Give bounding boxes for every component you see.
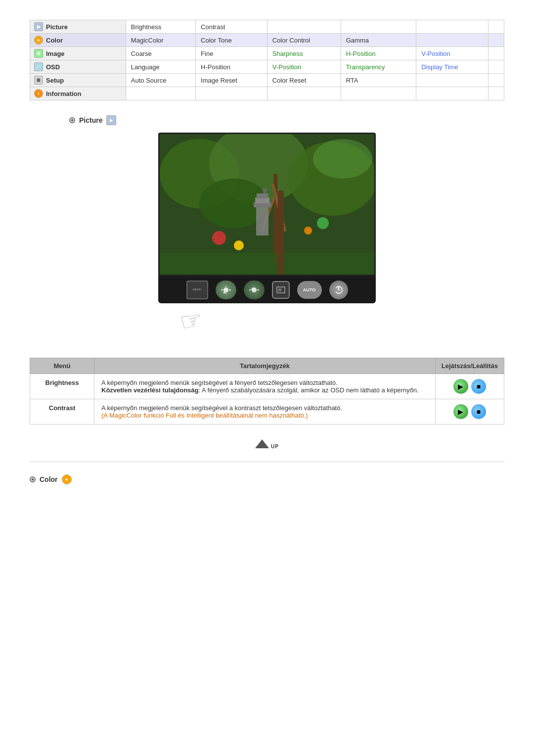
nav-setup-imagereset[interactable]: Image Reset [196, 74, 267, 87]
power-button[interactable] [329, 281, 348, 299]
brightness-action-cell: ▶ ■ [435, 374, 504, 399]
info-icon: i [34, 89, 43, 98]
nav-setup-colorreset[interactable]: Color Reset [267, 74, 341, 87]
nav-image-hposition[interactable]: H-Position [341, 47, 416, 60]
svg-point-14 [234, 240, 244, 250]
svg-text:▼: ▼ [222, 291, 226, 294]
brightness-desc-after: : A fényerő szabályozására szolgál, amik… [199, 386, 419, 394]
svg-text:▲: ▲ [251, 286, 254, 290]
nav-picture-label: Picture [46, 23, 68, 31]
nav-image-sharpness[interactable]: Sharpness [267, 47, 341, 60]
section-divider [30, 462, 504, 462]
nav-row-setup[interactable]: ⊞ Setup Auto Source Image Reset Color Re… [30, 74, 504, 87]
nav-info-c2 [196, 87, 267, 100]
svg-rect-30 [278, 288, 281, 291]
nav-osd-label: OSD [46, 63, 60, 71]
nav-setup-label: Setup [46, 77, 64, 84]
color-icon: ● [34, 36, 43, 45]
nav-setup-c6 [488, 74, 504, 87]
menu-button[interactable]: MENU [186, 281, 208, 299]
brightness-desc-normal: A képernyőn megjelenő menük segítségével… [101, 379, 338, 386]
brightness-stop-button[interactable]: ■ [471, 379, 486, 394]
contrast-row: Contrast A képernyőn megjelenő menük seg… [30, 399, 504, 425]
nav-color-magiccolor[interactable]: MagicColor [126, 34, 195, 47]
color-title-text: Color [40, 475, 58, 483]
brightness-down-button[interactable]: ▼ [216, 281, 236, 299]
color-radio-icon [30, 476, 36, 482]
power-icon [334, 285, 344, 295]
nav-color-label: Color [46, 37, 63, 44]
nav-info-c4 [341, 87, 416, 100]
input-button[interactable] [272, 281, 290, 299]
svg-rect-11 [257, 193, 268, 198]
contrast-desc-cell: A képernyőn megjelenő menük segítségével… [94, 399, 436, 425]
nav-row-picture[interactable]: ▶ Picture Brightness Contrast [30, 20, 504, 34]
navigation-table: ▶ Picture Brightness Contrast ● Color Ma… [30, 20, 504, 100]
svg-point-16 [304, 227, 312, 235]
svg-rect-17 [160, 253, 376, 276]
hand-cursor: ☜ [178, 304, 207, 344]
content-table: Menü Tartalomjegyzék Lejátszás/Leállítás… [30, 358, 504, 425]
nav-row-information[interactable]: i Information [30, 87, 504, 100]
nav-info-c3 [267, 87, 341, 100]
monitor-bezel: MENU ▼ ▲ [158, 276, 376, 303]
nav-color-c6 [488, 34, 504, 47]
up-arrow: UP [255, 439, 279, 449]
header-desc: Tartalomjegyzék [94, 358, 436, 374]
nav-picture-c3 [267, 20, 341, 34]
up-arrow-icon [255, 439, 269, 448]
nav-image-vposition[interactable]: V-Position [416, 47, 489, 60]
nav-picture-c4 [341, 20, 416, 34]
nav-color-c5 [416, 34, 489, 47]
nav-osd-displaytime[interactable]: Display Time [416, 60, 489, 74]
contrast-stop-button[interactable]: ■ [471, 404, 486, 419]
hand-area: ☜ [158, 303, 376, 343]
contrast-action-buttons: ▶ ■ [443, 404, 497, 419]
nav-row-osd[interactable]: □ OSD Language H-Position V-Position Tra… [30, 60, 504, 74]
nav-setup-rta[interactable]: RTA [341, 74, 416, 87]
contrast-play-button[interactable]: ▶ [453, 404, 468, 419]
header-action: Lejátszás/Leállítás [435, 358, 504, 374]
monitor-screen [158, 133, 376, 276]
picture-section-title: Picture ▶ [69, 115, 504, 125]
image-icon: ⊞ [34, 49, 43, 58]
nav-picture-brightness[interactable]: Brightness [126, 20, 195, 34]
auto-button[interactable]: AUTO [297, 281, 322, 299]
nav-image-label: Image [46, 50, 65, 57]
nav-osd-hposition[interactable]: H-Position [196, 60, 267, 74]
input-icon [276, 285, 286, 295]
up-arrow-label: UP [271, 444, 279, 449]
nav-row-image[interactable]: ⊞ Image Coarse Fine Sharpness H-Position… [30, 47, 504, 60]
monitor-scene [160, 134, 376, 276]
nav-color-colortone[interactable]: Color Tone [196, 34, 267, 47]
brightness-play-button[interactable]: ▶ [453, 379, 468, 394]
nav-picture-contrast[interactable]: Contrast [196, 20, 267, 34]
nav-osd-c6 [488, 60, 504, 74]
brightness-up-button[interactable]: ▲ [244, 281, 265, 299]
nav-picture-c6 [488, 20, 504, 34]
nav-image-fine[interactable]: Fine [196, 47, 267, 60]
picture-title-text: Picture [79, 116, 102, 124]
brightness-label: Brightness [45, 379, 79, 386]
nav-info-label: Information [46, 90, 82, 97]
svg-point-15 [317, 217, 329, 229]
nav-osd-language[interactable]: Language [126, 60, 195, 74]
contrast-menu-cell: Contrast [30, 399, 94, 425]
brightness-action-buttons: ▶ ■ [443, 379, 497, 394]
svg-rect-8 [256, 206, 268, 236]
nav-color-colorcontrol[interactable]: Color Control [267, 34, 341, 47]
contrast-desc-normal: A képernyőn megjelenő menük segítségével… [101, 404, 342, 412]
nav-setup-autosource[interactable]: Auto Source [126, 74, 195, 87]
nav-picture-c5 [416, 20, 489, 34]
brightness-menu-cell: Brightness [30, 374, 94, 399]
svg-point-18 [313, 139, 372, 179]
nav-osd-vposition[interactable]: V-Position [267, 60, 341, 74]
contrast-label: Contrast [49, 404, 75, 412]
nav-color-gamma[interactable]: Gamma [341, 34, 416, 47]
nav-osd-transparency[interactable]: Transparency [341, 60, 416, 74]
nav-image-coarse[interactable]: Coarse [126, 47, 195, 60]
nav-info-c1 [126, 87, 195, 100]
contrast-action-cell: ▶ ■ [435, 399, 504, 425]
content-table-header: Menü Tartalomjegyzék Lejátszás/Leállítás [30, 358, 504, 374]
nav-row-color[interactable]: ● Color MagicColor Color Tone Color Cont… [30, 34, 504, 47]
